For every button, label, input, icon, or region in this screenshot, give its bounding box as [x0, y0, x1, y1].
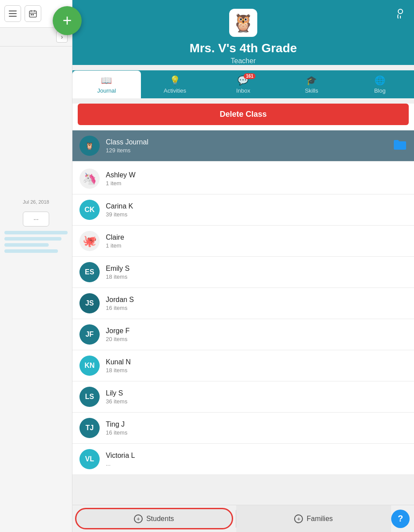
preview-line-3: [4, 243, 49, 247]
student-items: 36 items: [106, 398, 407, 405]
list-item[interactable]: JF Jorge F 20 items: [72, 319, 414, 350]
svg-rect-2: [9, 16, 17, 17]
tab-bar: 📖 Journal 💡 Activities 161 💬 Inbox 🎓 Ski…: [72, 70, 414, 98]
add-icon: +: [62, 13, 72, 29]
student-info: Carina K 39 items: [106, 202, 407, 218]
list-item[interactable]: JS Jordan S 16 items: [72, 288, 414, 319]
student-avatar: JF: [79, 324, 100, 345]
sidebar-preview: [0, 231, 72, 253]
families-button[interactable]: + Families: [236, 505, 392, 532]
list-item[interactable]: 🐙 Claire 1 item: [72, 226, 414, 257]
students-button[interactable]: + Students: [75, 508, 233, 529]
class-subtitle: Teacher: [81, 57, 405, 65]
blog-tab-icon: 🌐: [374, 75, 385, 86]
owl-emoji: 🦉: [232, 13, 254, 33]
student-name: Lily S: [106, 389, 407, 397]
student-avatar: 🦄: [79, 169, 100, 189]
main-content: 🦉 Mrs. V's 4th Grade Teacher 📖 Journal 💡…: [72, 0, 414, 532]
inbox-badge: 161: [244, 73, 256, 79]
student-info: Claire 1 item: [106, 234, 407, 249]
class-journal-folder-icon: [393, 138, 407, 153]
class-journal-name: Class Journal: [106, 138, 393, 146]
add-button[interactable]: +: [53, 6, 82, 35]
student-avatar: KN: [79, 356, 100, 376]
student-name: Jordan S: [106, 296, 407, 304]
student-name: Ashley W: [106, 171, 407, 179]
hamburger-button[interactable]: [4, 5, 21, 22]
student-info: Lily S 36 items: [106, 389, 407, 405]
sidebar: › Jul 26, 2018 ···: [0, 0, 72, 532]
student-info: Jorge F 20 items: [106, 327, 407, 342]
student-name: Victoria L: [106, 452, 407, 460]
svg-point-9: [398, 9, 403, 14]
list-item[interactable]: KN Kunal N 18 items: [72, 350, 414, 381]
student-items: ...: [106, 460, 407, 467]
tab-inbox[interactable]: 161 💬 Inbox: [209, 71, 277, 98]
preview-line-1: [4, 231, 68, 234]
student-info: Ashley W 1 item: [106, 171, 407, 187]
list-item[interactable]: LS Lily S 36 items: [72, 381, 414, 413]
student-name: Emily S: [106, 265, 407, 273]
student-items: 16 items: [106, 305, 407, 311]
student-info: Emily S 18 items: [106, 265, 407, 280]
student-info: Ting J 16 items: [106, 421, 407, 436]
student-name: Kunal N: [106, 358, 407, 366]
list-item[interactable]: CK Carina K 39 items: [72, 194, 414, 226]
student-name: Carina K: [106, 202, 407, 210]
delete-class-button[interactable]: Delete Class: [78, 104, 409, 125]
class-journal-avatar-emoji: 🦉: [85, 142, 94, 150]
class-journal-items: 129 items: [106, 147, 393, 154]
help-icon: ?: [398, 514, 403, 524]
tab-blog[interactable]: 🌐 Blog: [346, 71, 414, 98]
help-button[interactable]: ?: [391, 510, 410, 528]
students-plus-icon: +: [134, 514, 143, 523]
students-label: Students: [146, 515, 174, 523]
blog-tab-label: Blog: [374, 87, 385, 94]
student-list: 🦄 Ashley W 1 item CK Carina K 39 items 🐙…: [72, 163, 414, 475]
bottom-bar: + Students + Families ?: [72, 505, 414, 532]
student-avatar: LS: [79, 387, 100, 407]
settings-button[interactable]: [395, 8, 406, 22]
preview-line-2: [4, 237, 61, 241]
student-items: 1 item: [106, 242, 407, 249]
calendar-button[interactable]: [25, 5, 41, 22]
student-items: 18 items: [106, 367, 407, 374]
student-name: Jorge F: [106, 327, 407, 335]
list-item[interactable]: TJ Ting J 16 items: [72, 413, 414, 444]
svg-rect-8: [32, 14, 34, 15]
class-header: 🦉 Mrs. V's 4th Grade Teacher: [72, 0, 414, 65]
class-journal-item[interactable]: 🦉 Class Journal 129 items: [72, 130, 414, 162]
activities-tab-label: Activities: [164, 87, 186, 94]
list-item[interactable]: VL Victoria L ...: [72, 444, 414, 475]
class-journal-info: Class Journal 129 items: [106, 138, 393, 154]
list-item[interactable]: ES Emily S 18 items: [72, 257, 414, 288]
more-button[interactable]: ···: [23, 212, 49, 226]
journal-tab-label: Journal: [97, 87, 116, 94]
student-items: 16 items: [106, 429, 407, 436]
student-info: Jordan S 16 items: [106, 296, 407, 311]
student-items: 20 items: [106, 336, 407, 342]
student-items: 18 items: [106, 273, 407, 280]
svg-rect-0: [9, 11, 17, 11]
list-item[interactable]: 🦄 Ashley W 1 item: [72, 163, 414, 194]
sidebar-date: Jul 26, 2018: [0, 196, 72, 208]
tab-journal[interactable]: 📖 Journal: [72, 71, 141, 98]
svg-rect-1: [9, 13, 17, 14]
student-name: Ting J: [106, 421, 407, 428]
families-plus-icon: +: [294, 514, 303, 523]
student-info: Kunal N 18 items: [106, 358, 407, 374]
activities-tab-icon: 💡: [169, 75, 180, 86]
inbox-tab-label: Inbox: [236, 87, 250, 94]
families-label: Families: [306, 515, 333, 523]
skills-tab-label: Skills: [305, 87, 318, 94]
student-avatar: 🐙: [79, 231, 100, 251]
tab-skills[interactable]: 🎓 Skills: [277, 71, 346, 98]
tab-activities[interactable]: 💡 Activities: [141, 71, 209, 98]
student-info: Victoria L ...: [106, 452, 407, 467]
preview-line-4: [4, 249, 58, 253]
student-name: Claire: [106, 234, 407, 241]
student-avatar: TJ: [79, 418, 100, 438]
journal-tab-icon: 📖: [101, 75, 112, 86]
student-items: 1 item: [106, 180, 407, 187]
student-avatar: JS: [79, 293, 100, 313]
